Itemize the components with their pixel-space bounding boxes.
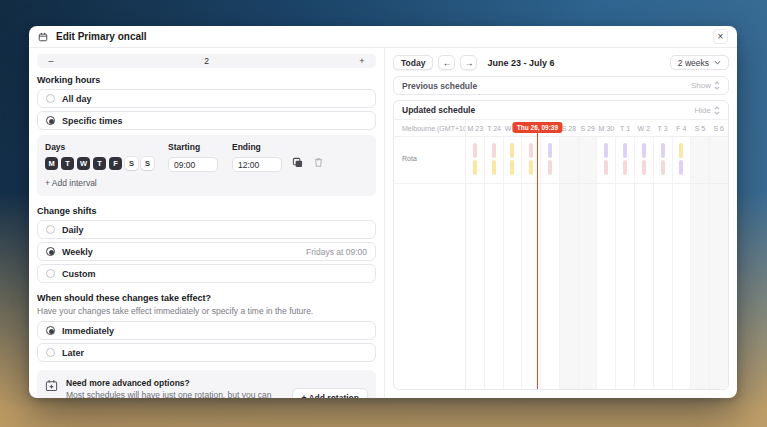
shift-bar	[492, 160, 496, 175]
modal-header: Edit Primary oncall ×	[29, 26, 737, 48]
timeline-day-column	[466, 137, 484, 389]
edit-oncall-modal: Edit Primary oncall × – 2 + Working hour…	[29, 26, 737, 398]
shift-bar	[679, 143, 683, 158]
rota-shift-bars	[604, 143, 608, 175]
next-period-button[interactable]: →	[460, 55, 477, 70]
days-label: Days	[45, 142, 154, 152]
timezone-label: Melbourne (GMT+10)	[394, 120, 466, 136]
today-button[interactable]: Today	[393, 55, 433, 70]
option-label: All day	[62, 94, 92, 104]
option-all-day[interactable]: All day	[37, 89, 376, 108]
timeline-day-column	[596, 137, 615, 389]
rota-row-label: Rota	[394, 137, 466, 389]
calendar-toolbar: Today ← → June 23 - July 6 2 weeks	[393, 55, 729, 70]
rota-shift-bars	[492, 143, 496, 175]
rota-shift-bars	[679, 143, 683, 175]
shift-bar	[529, 143, 533, 158]
timeline-day-column	[540, 137, 559, 389]
add-rotation-button[interactable]: + Add rotation	[292, 388, 368, 398]
timeline-day-column	[503, 137, 522, 389]
option-immediately[interactable]: Immediately	[37, 321, 376, 340]
add-interval-link[interactable]: + Add interval	[45, 178, 97, 188]
timeline-day-column	[672, 137, 691, 389]
stepper-increment-button[interactable]: +	[356, 56, 368, 66]
ending-time-input[interactable]	[232, 157, 282, 172]
previous-period-button[interactable]: ←	[438, 55, 455, 70]
current-time-line	[537, 133, 538, 389]
hide-updated-schedule-toggle[interactable]: Hide	[695, 106, 720, 115]
option-later[interactable]: Later	[37, 343, 376, 362]
effect-description: Have your changes take effect immediatel…	[37, 306, 376, 316]
shift-bar	[529, 160, 533, 175]
radio-icon	[46, 326, 55, 335]
change-shifts-label: Change shifts	[37, 206, 376, 216]
timeline-day-label: S 6	[709, 120, 728, 136]
schedule-timeline: Melbourne (GMT+10) M 23 T 24 W 25 T 26 F…	[394, 120, 728, 389]
option-label: Immediately	[62, 326, 114, 336]
desktop-background: Edit Primary oncall × – 2 + Working hour…	[0, 0, 767, 427]
advanced-options-callout: Need more advanced options? Most schedul…	[37, 370, 376, 398]
ending-label: Ending	[232, 142, 282, 152]
shift-bar	[604, 160, 608, 175]
current-time-badge: Thu 26, 09:39	[513, 122, 562, 133]
timeline-day-column	[559, 137, 578, 389]
delete-interval-icon[interactable]	[313, 157, 324, 168]
timeline-day-label: S 29	[578, 120, 597, 136]
timeline-day-column	[634, 137, 653, 389]
ending-group: Ending	[232, 142, 282, 172]
option-custom[interactable]: Custom	[37, 264, 376, 283]
duplicate-interval-icon[interactable]	[292, 157, 303, 168]
timeline-day-label: S 28	[560, 120, 579, 136]
expand-collapse-icon	[714, 106, 720, 115]
rota-shift-bars	[473, 143, 477, 175]
radio-icon	[46, 116, 55, 125]
days-group: Days M T W T F S S	[45, 142, 154, 170]
timeline-day-label: M 30	[597, 120, 616, 136]
rota-shift-bars	[548, 143, 552, 175]
shift-bar	[604, 143, 608, 158]
day-chips: M T W T F S S	[45, 157, 154, 170]
day-chip-tuesday[interactable]: T	[61, 157, 74, 170]
rota-row-divider	[394, 183, 728, 184]
schedule-preview-panel: Today ← → June 23 - July 6 2 weeks Previ…	[385, 48, 737, 398]
radio-icon	[46, 94, 55, 103]
date-range-label: June 23 - July 6	[487, 58, 554, 68]
show-previous-schedule-toggle[interactable]: Show	[691, 81, 720, 90]
shift-bar	[510, 160, 514, 175]
option-specific-times[interactable]: Specific times	[37, 111, 376, 130]
timeline-day-label: T 1	[616, 120, 635, 136]
modal-title: Edit Primary oncall	[56, 31, 147, 42]
advanced-title: Need more advanced options?	[66, 378, 284, 388]
option-label: Specific times	[62, 116, 123, 126]
option-label: Weekly	[62, 247, 93, 257]
shift-bar	[492, 143, 496, 158]
timeline-day-column	[484, 137, 503, 389]
starting-time-input[interactable]	[168, 157, 218, 172]
timeline-day-label: M 23	[466, 120, 485, 136]
rota-shift-bars	[661, 143, 665, 175]
weekly-detail-text: Fridays at 09:00	[306, 247, 367, 257]
day-chip-monday[interactable]: M	[45, 157, 58, 170]
shift-bar	[510, 143, 514, 158]
period-select[interactable]: 2 weeks	[670, 55, 729, 70]
option-daily[interactable]: Daily	[37, 220, 376, 239]
expand-collapse-icon	[714, 81, 720, 90]
modal-body: – 2 + Working hours All day Specific tim…	[29, 48, 737, 398]
day-chip-saturday[interactable]: S	[125, 157, 138, 170]
timeline-day-column	[709, 137, 728, 389]
day-chip-wednesday[interactable]: W	[77, 157, 90, 170]
day-chip-thursday[interactable]: T	[93, 157, 106, 170]
rota-shift-bars	[642, 143, 646, 175]
day-chip-friday[interactable]: F	[109, 157, 122, 170]
rotation-count-stepper: – 2 +	[37, 54, 376, 68]
stepper-decrement-button[interactable]: –	[45, 56, 57, 66]
timeline-day-label: S 5	[691, 120, 710, 136]
timeline-day-label: T 3	[653, 120, 672, 136]
option-weekly[interactable]: Weekly Fridays at 09:00	[37, 242, 376, 261]
close-icon[interactable]: ×	[713, 29, 728, 44]
stepper-value: 2	[57, 56, 356, 66]
shift-bar	[642, 143, 646, 158]
shift-bar	[623, 160, 627, 175]
day-chip-sunday[interactable]: S	[141, 157, 154, 170]
shift-bar	[661, 143, 665, 158]
